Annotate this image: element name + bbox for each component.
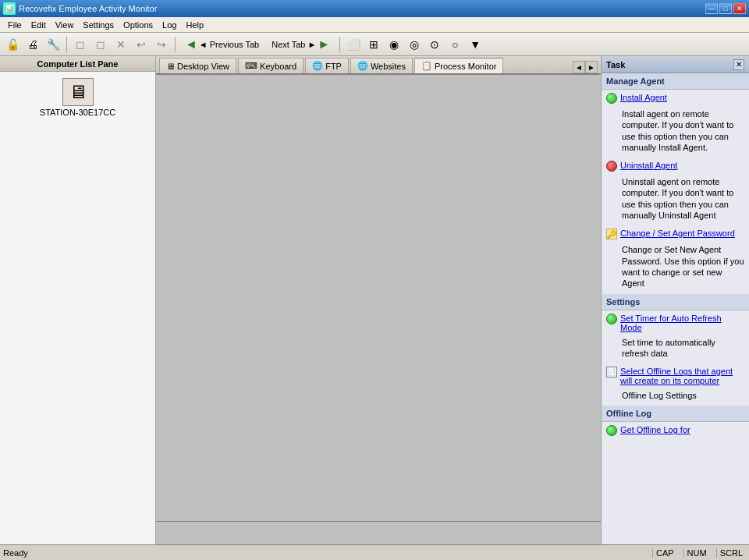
offline-logs-label[interactable]: Select Offline Logs that agent will crea…	[620, 367, 744, 385]
toolbar-circle1[interactable]: ◉	[385, 35, 403, 54]
num-indicator: NUM	[683, 548, 710, 558]
tab-scroll-right[interactable]: ►	[585, 61, 598, 73]
uninstall-agent-label[interactable]: Uninstall Agent	[620, 161, 677, 170]
minimize-button[interactable]: —	[705, 3, 718, 14]
window-controls: — □ ✕	[705, 3, 746, 14]
offline-logs-item: 📄 Select Offline Logs that agent will cr…	[602, 363, 749, 388]
tab-websites[interactable]: 🌐 Websites	[350, 58, 413, 73]
computer-icon: 🖥	[62, 78, 94, 106]
close-button[interactable]: ✕	[733, 3, 746, 14]
toolbar-forward[interactable]: ◻	[91, 35, 110, 54]
menu-file[interactable]: File	[3, 19, 27, 31]
toolbar-stop[interactable]: ✕	[112, 35, 130, 54]
install-agent-label[interactable]: Install Agent	[620, 93, 667, 102]
maximize-button[interactable]: □	[719, 3, 732, 14]
toolbar-lock[interactable]: 🔓	[3, 35, 22, 54]
install-agent-item: Install Agent	[602, 90, 749, 107]
status-bar: Ready CAP NUM SCRL	[0, 544, 749, 560]
install-agent-link[interactable]: Install Agent	[606, 93, 744, 104]
monitor-icon: 🖥	[69, 81, 87, 103]
change-password-icon: 🔑	[606, 229, 617, 239]
get-offline-log-item: Get Offline Log for	[602, 422, 749, 439]
toolbar-sep3	[339, 37, 340, 52]
keyboard-icon: ⌨	[245, 61, 257, 71]
uninstall-agent-link[interactable]: Uninstall Agent	[606, 161, 744, 172]
task-panel-header: Task ✕	[602, 56, 749, 73]
pane-header: Computer List Pane	[0, 56, 155, 72]
menu-edit[interactable]: Edit	[27, 19, 51, 31]
next-tab-button[interactable]: Next Tab ► ►	[266, 35, 335, 54]
scrl-indicator: SCRL	[716, 548, 746, 558]
tab-ftp-label: FTP	[325, 62, 342, 71]
tab-bar: 🖥 Desktop View ⌨ Keyboard 🌐 FTP 🌐 Websit…	[156, 56, 601, 75]
change-password-item: 🔑 Change / Set Agent Password	[602, 225, 749, 243]
status-text: Ready	[3, 548, 28, 558]
tab-process-monitor[interactable]: 📋 Process Monitor	[414, 58, 503, 73]
uninstall-agent-icon	[606, 161, 617, 172]
tab-websites-label: Websites	[371, 62, 406, 71]
change-password-link[interactable]: 🔑 Change / Set Agent Password	[606, 229, 744, 239]
process-monitor-icon: 📋	[421, 61, 432, 71]
offline-logs-desc: Offline Log Settings	[602, 388, 749, 406]
tab-keyboard[interactable]: ⌨ Keyboard	[238, 58, 304, 73]
install-agent-icon	[606, 93, 617, 104]
toolbar-circle2[interactable]: ◎	[405, 35, 424, 54]
toolbar-circle3[interactable]: ⊙	[425, 35, 444, 54]
tab-scroll-left[interactable]: ◄	[573, 61, 585, 73]
title-bar: 📊 Recovefix Employee Activity Monitor — …	[0, 0, 749, 17]
menu-settings[interactable]: Settings	[78, 19, 119, 31]
task-panel-title: Task	[606, 60, 625, 69]
app-title: Recovefix Employee Activity Monitor	[19, 4, 157, 13]
toolbar-sep1	[66, 37, 67, 52]
toolbar-refresh[interactable]: 🖨	[23, 35, 42, 54]
tab-ftp[interactable]: 🌐 FTP	[305, 58, 349, 73]
bottom-area	[156, 521, 601, 544]
toolbar-grid2[interactable]: ⊞	[364, 35, 383, 54]
set-timer-item: Set Timer for Auto Refresh Mode	[602, 310, 749, 335]
toolbar-redo[interactable]: ↪	[152, 35, 171, 54]
next-tab-arrow: ►	[318, 37, 330, 51]
uninstall-agent-item: Uninstall Agent	[602, 158, 749, 175]
task-panel-close[interactable]: ✕	[733, 59, 744, 70]
install-agent-desc: Install agent on remote computer. If you…	[602, 107, 749, 158]
set-timer-link[interactable]: Set Timer for Auto Refresh Mode	[606, 314, 744, 332]
toolbar-back[interactable]: ◻	[71, 35, 90, 54]
prev-tab-button[interactable]: ◄ ◄ Previous Tab	[179, 35, 264, 54]
prev-tab-arrow: ◄	[185, 37, 197, 51]
set-timer-desc: Set time to automatically refresh data	[602, 335, 749, 364]
menu-log[interactable]: Log	[158, 19, 181, 31]
computer-name: STATION-30E17CC	[40, 108, 115, 117]
get-offline-log-label[interactable]: Get Offline Log for	[620, 425, 690, 434]
content-area: 🖥 Desktop View ⌨ Keyboard 🌐 FTP 🌐 Websit…	[156, 56, 601, 544]
main-layout: Computer List Pane 🖥 STATION-30E17CC 🖥 D…	[0, 56, 749, 544]
offline-logs-link[interactable]: 📄 Select Offline Logs that agent will cr…	[606, 367, 744, 385]
toolbar-arrow[interactable]: ▼	[466, 35, 485, 54]
change-password-label[interactable]: Change / Set Agent Password	[620, 229, 735, 238]
desktop-view-icon: 🖥	[166, 62, 175, 71]
toolbar-circle4[interactable]: ○	[445, 35, 464, 54]
tab-desktop-view[interactable]: 🖥 Desktop View	[159, 58, 236, 73]
menu-view[interactable]: View	[51, 19, 79, 31]
websites-icon: 🌐	[357, 61, 368, 71]
cap-indicator: CAP	[652, 548, 677, 558]
status-indicators: CAP NUM SCRL	[652, 548, 746, 558]
section-manage-agent: Manage Agent	[602, 73, 749, 90]
menu-help[interactable]: Help	[181, 19, 208, 31]
menu-options[interactable]: Options	[119, 19, 158, 31]
section-settings: Settings	[602, 294, 749, 310]
task-scroll[interactable]: Manage Agent Install Agent Install agent…	[602, 73, 749, 544]
ftp-icon: 🌐	[312, 61, 323, 71]
offline-logs-icon: 📄	[606, 367, 617, 377]
set-timer-label[interactable]: Set Timer for Auto Refresh Mode	[620, 314, 744, 332]
title-bar-left: 📊 Recovefix Employee Activity Monitor	[3, 2, 157, 15]
get-offline-log-link[interactable]: Get Offline Log for	[606, 425, 744, 436]
toolbar-grid1[interactable]: ⬜	[344, 35, 363, 54]
toolbar-agent[interactable]: 🔧	[44, 35, 62, 54]
uninstall-agent-desc: Uninstall agent on remote computer. If y…	[602, 175, 749, 225]
toolbar-undo[interactable]: ↩	[132, 35, 151, 54]
change-password-desc: Change or Set New Agent Password. Use th…	[602, 243, 749, 293]
toolbar-sep2	[175, 37, 176, 52]
content-view	[156, 75, 601, 521]
computer-item[interactable]: 🖥 STATION-30E17CC	[0, 72, 155, 123]
get-offline-log-icon	[606, 425, 617, 436]
